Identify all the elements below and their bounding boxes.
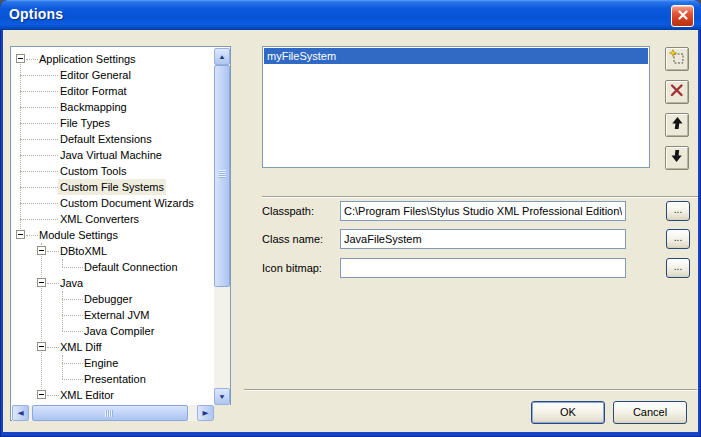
chevron-right-icon: ▶ (202, 410, 208, 416)
title-bar: Options (0, 0, 701, 30)
delete-filesystem-button[interactable] (665, 80, 689, 104)
icon-bitmap-input[interactable] (340, 258, 626, 278)
collapse-icon[interactable] (16, 230, 25, 239)
tree-item-default-connection[interactable]: Default Connection (12, 259, 214, 275)
scroll-up-button[interactable]: ▲ (214, 48, 230, 65)
delete-icon (669, 82, 685, 102)
new-item-icon (669, 49, 685, 69)
tree-item-java[interactable]: Java (12, 275, 214, 291)
move-up-button[interactable] (665, 113, 689, 137)
close-icon (677, 7, 689, 25)
tree-item-default-extensions[interactable]: Default Extensions (12, 131, 214, 147)
move-down-button[interactable] (665, 146, 689, 170)
chevron-left-icon: ◀ (17, 410, 23, 416)
tree-vertical-scrollbar[interactable]: ▲ ▼ (214, 48, 230, 405)
icon-bitmap-label: Icon bitmap: (262, 258, 322, 278)
separator-line (244, 389, 697, 391)
tree-item-dbtoxml[interactable]: DBtoXML (12, 243, 214, 259)
collapse-icon[interactable] (37, 342, 46, 351)
scrollbar-corner (214, 405, 231, 421)
list-item[interactable]: myFileSystem (264, 48, 648, 64)
window-title: Options (9, 6, 63, 22)
settings-tree: Application Settings Editor General Edit… (10, 46, 231, 421)
tree-item-presentation[interactable]: Presentation (12, 371, 214, 387)
tree-item-editor-general[interactable]: Editor General (12, 67, 214, 83)
scroll-down-button[interactable]: ▼ (214, 388, 230, 405)
separator-line (262, 196, 698, 198)
tree-item-engine[interactable]: Engine (12, 355, 214, 371)
new-filesystem-button[interactable] (665, 47, 689, 71)
tree-item-java-virtual-machine[interactable]: Java Virtual Machine (12, 147, 214, 163)
tree-item-custom-file-systems[interactable]: Custom File Systems (12, 179, 214, 195)
tree-item-custom-tools[interactable]: Custom Tools (12, 163, 214, 179)
tree-item-xml-diff[interactable]: XML Diff (12, 339, 214, 355)
options-dialog: Options Application Settings Editor Gene… (0, 0, 701, 437)
arrow-up-icon (669, 115, 685, 135)
class-name-input[interactable] (340, 229, 626, 249)
chevron-down-icon: ▼ (218, 393, 226, 399)
dialog-body: Application Settings Editor General Edit… (3, 30, 698, 432)
chevron-up-icon: ▲ (218, 53, 226, 59)
icon-bitmap-browse-button[interactable]: ... (666, 258, 690, 278)
tree-item-xml-converters[interactable]: XML Converters (12, 211, 214, 227)
classpath-input[interactable] (340, 201, 626, 221)
ok-button[interactable]: OK (531, 401, 605, 424)
class-name-browse-button[interactable]: ... (666, 229, 690, 249)
collapse-icon[interactable] (16, 54, 25, 63)
cancel-button[interactable]: Cancel (613, 401, 687, 424)
collapse-icon[interactable] (37, 246, 46, 255)
collapse-icon[interactable] (37, 278, 46, 287)
tree-item-java-compiler[interactable]: Java Compiler (12, 323, 214, 339)
file-systems-listbox[interactable]: myFileSystem (262, 46, 650, 168)
tree-item-external-jvm[interactable]: External JVM (12, 307, 214, 323)
tree-item-application-settings[interactable]: Application Settings (12, 51, 214, 67)
scroll-left-button[interactable]: ◀ (12, 405, 29, 421)
tree-item-module-settings[interactable]: Module Settings (12, 227, 214, 243)
tree-item-editor-format[interactable]: Editor Format (12, 83, 214, 99)
collapse-icon[interactable] (37, 390, 46, 399)
classpath-browse-button[interactable]: ... (666, 201, 690, 221)
tree-content: Application Settings Editor General Edit… (12, 48, 214, 405)
horizontal-scroll-thumb[interactable] (32, 405, 188, 421)
tree-item-debugger[interactable]: Debugger (12, 291, 214, 307)
tree-item-custom-document-wizards[interactable]: Custom Document Wizards (12, 195, 214, 211)
tree-horizontal-scrollbar[interactable]: ◀ ▶ (12, 405, 214, 421)
scroll-right-button[interactable]: ▶ (197, 405, 214, 421)
tree-item-xml-editor[interactable]: XML Editor (12, 387, 214, 403)
arrow-down-icon (669, 148, 685, 168)
close-button[interactable] (671, 5, 694, 27)
classpath-label: Classpath: (262, 201, 314, 221)
vertical-scroll-thumb[interactable] (214, 65, 230, 287)
class-name-label: Class name: (262, 229, 323, 249)
tree-item-file-types[interactable]: File Types (12, 115, 214, 131)
tree-item-backmapping[interactable]: Backmapping (12, 99, 214, 115)
